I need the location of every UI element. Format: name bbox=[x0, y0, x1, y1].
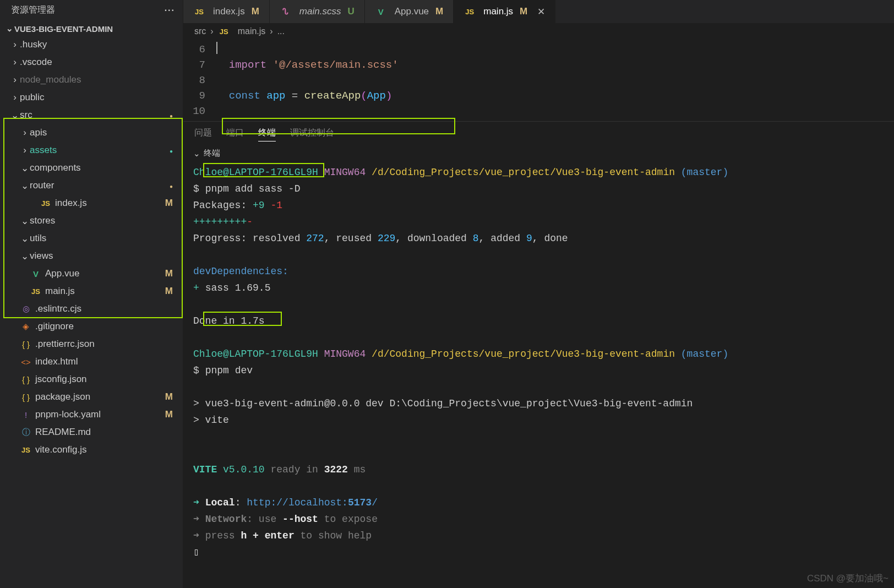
arrow-icon: ➜ bbox=[193, 497, 205, 508]
status-badge: U bbox=[347, 6, 354, 17]
editor-tab[interactable]: VApp.vueM bbox=[365, 0, 454, 23]
file-icon: ◎ bbox=[20, 304, 32, 314]
tree-item-label: .prettierrc.json bbox=[35, 339, 95, 350]
tree-item[interactable]: { }package.jsonM bbox=[0, 388, 183, 406]
tree-item-label: index.html bbox=[35, 356, 78, 367]
file-icon: JS bbox=[30, 287, 42, 296]
code-editor[interactable]: 6 7 import '@/assets/main.scss' 8 9 cons… bbox=[183, 40, 894, 121]
tree-item-label: views bbox=[30, 251, 53, 262]
term-command: pnpm dev bbox=[205, 365, 253, 376]
tree-item-label: utils bbox=[30, 233, 46, 244]
js-icon: JS bbox=[218, 28, 230, 36]
chevron-icon: ⌄ bbox=[20, 251, 30, 262]
editor-tab[interactable]: JSmain.jsM✕ bbox=[454, 0, 555, 23]
tree-item[interactable]: ›apis bbox=[0, 124, 183, 141]
file-icon: JS bbox=[20, 446, 32, 454]
file-icon: ᔐ bbox=[280, 7, 292, 17]
chevron-right-icon: › bbox=[210, 26, 213, 36]
term-branch: (master) bbox=[681, 167, 728, 178]
breadcrumb-segment: src bbox=[194, 26, 206, 36]
tree-item-label: .eslintrc.cjs bbox=[35, 303, 81, 314]
editor-tab[interactable]: JSindex.jsM bbox=[183, 0, 270, 23]
variable: app bbox=[266, 90, 285, 102]
panel-tabs: 问题 端口 终端 调试控制台 bbox=[183, 122, 894, 145]
tree-item[interactable]: JSvite.config.js bbox=[0, 441, 183, 459]
tab-debug[interactable]: 调试控制台 bbox=[290, 127, 334, 141]
tree-item-label: src bbox=[20, 110, 32, 121]
terminal-header[interactable]: ⌄ 终端 bbox=[183, 145, 894, 162]
panel-area: 问题 端口 终端 调试控制台 ⌄ 终端 Chloe@LAPTOP-176LGL9… bbox=[183, 121, 894, 588]
breadcrumb[interactable]: src › JS main.js › ... bbox=[183, 23, 894, 40]
tree-item[interactable]: <>index.html bbox=[0, 353, 183, 371]
tree-item[interactable]: { }.prettierrc.json bbox=[0, 335, 183, 353]
tab-problems[interactable]: 问题 bbox=[194, 127, 212, 141]
watermark: CSDN @要加油哦~ bbox=[807, 572, 888, 585]
tab-label: main.js bbox=[483, 6, 513, 17]
file-icon: <> bbox=[20, 357, 32, 367]
tree-item[interactable]: ⌄views bbox=[0, 247, 183, 265]
chevron-icon: ⌄ bbox=[20, 215, 30, 227]
term-path: /d/Coding_Projects/vue_project/Vue3-big-… bbox=[372, 167, 675, 178]
tab-ports[interactable]: 端口 bbox=[226, 127, 244, 141]
tree-item[interactable]: ◈.gitignore bbox=[0, 318, 183, 335]
tree-item[interactable]: ⌄stores bbox=[0, 212, 183, 230]
more-icon[interactable]: ··· bbox=[165, 6, 175, 15]
tree-item[interactable]: ›.vscode bbox=[0, 53, 183, 71]
tree-item-label: public bbox=[20, 92, 44, 103]
tree-item-label: package.json bbox=[35, 391, 90, 402]
project-header[interactable]: ⌄ VUE3-BIG-EVENT-ADMIN bbox=[0, 21, 183, 36]
status-badge: M bbox=[165, 268, 177, 279]
term-output: > vite bbox=[193, 412, 884, 428]
chevron-down-icon: ⌄ bbox=[193, 149, 200, 159]
chevron-icon: › bbox=[20, 145, 30, 156]
file-icon: JS bbox=[193, 8, 205, 16]
arrow-icon: ➜ bbox=[193, 514, 205, 525]
tree-item[interactable]: ⌄src bbox=[0, 106, 183, 124]
tab-label: index.js bbox=[213, 6, 245, 17]
tree-item[interactable]: ›public bbox=[0, 89, 183, 106]
status-badge: M bbox=[165, 198, 177, 209]
line-number: 7 bbox=[183, 57, 216, 73]
tree-item[interactable]: VApp.vueM bbox=[0, 265, 183, 282]
status-badge: M bbox=[165, 409, 177, 420]
tab-label: main.scss bbox=[299, 6, 341, 17]
breadcrumb-rest: ... bbox=[277, 26, 285, 36]
tree-item[interactable]: !pnpm-lock.yamlM bbox=[0, 406, 183, 423]
tree-item-label: App.vue bbox=[45, 268, 79, 279]
tree-item[interactable]: ›node_modules bbox=[0, 71, 183, 89]
line-number: 10 bbox=[183, 104, 216, 119]
term-command: pnpm add sass -D bbox=[205, 183, 301, 194]
tree-item[interactable]: ⌄components bbox=[0, 159, 183, 177]
chevron-icon: ⌄ bbox=[20, 180, 30, 192]
file-icon: V bbox=[375, 7, 387, 17]
keyword: import bbox=[229, 59, 266, 71]
function: createApp bbox=[304, 90, 361, 102]
status-badge: M bbox=[252, 6, 259, 17]
tree-item[interactable]: JSindex.jsM bbox=[0, 194, 183, 212]
tree-item[interactable]: { }jsconfig.json bbox=[0, 371, 183, 388]
terminal-body[interactable]: Chloe@LAPTOP-176LGL9H MINGW64 /d/Coding_… bbox=[183, 162, 894, 566]
tree-item[interactable]: ⌄utils bbox=[0, 230, 183, 247]
tree-item[interactable]: ›.husky bbox=[0, 36, 183, 53]
tree-item[interactable]: ⓘREADME.md bbox=[0, 423, 183, 441]
tree-item-label: stores bbox=[30, 215, 55, 226]
tree-item-label: vite.config.js bbox=[35, 444, 87, 455]
tree-item[interactable]: JSmain.jsM bbox=[0, 282, 183, 300]
editor-tab[interactable]: ᔐmain.scssU bbox=[270, 0, 365, 23]
tree-item[interactable]: ⌄router bbox=[0, 177, 183, 194]
tree-item-label: jsconfig.json bbox=[35, 374, 87, 385]
chevron-icon: ⌄ bbox=[20, 233, 30, 244]
status-badge: M bbox=[165, 286, 177, 297]
chevron-down-icon: ⌄ bbox=[4, 24, 14, 34]
chevron-icon: › bbox=[10, 57, 20, 68]
status-badge: M bbox=[435, 6, 443, 17]
tree-item-label: .gitignore bbox=[35, 321, 74, 332]
tab-terminal[interactable]: 终端 bbox=[258, 127, 276, 141]
tree-item-label: README.md bbox=[35, 427, 91, 438]
tree-item[interactable]: ›assets bbox=[0, 141, 183, 159]
line-number: 8 bbox=[183, 73, 216, 88]
tree-item[interactable]: ◎.eslintrc.cjs bbox=[0, 300, 183, 318]
close-icon[interactable]: ✕ bbox=[537, 6, 545, 18]
tree-item-label: main.js bbox=[45, 286, 75, 297]
term-done: Done in 1.7s bbox=[193, 313, 884, 329]
